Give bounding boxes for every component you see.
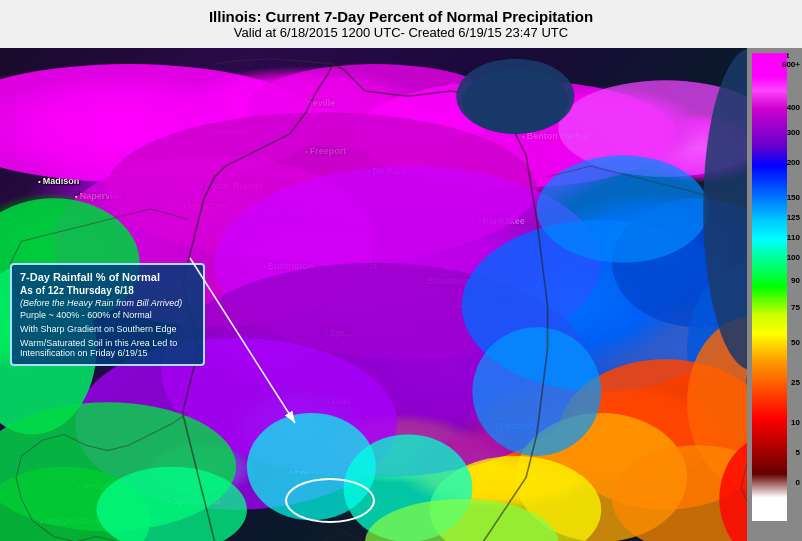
legend-label-125: 125 xyxy=(787,213,800,222)
annotation-text2: With Sharp Gradient on Southern Edge xyxy=(20,324,195,334)
main-container: Illinois: Current 7-Day Percent of Norma… xyxy=(0,0,802,541)
map-area: Dodgeville Dubuque Freeport Benton Harbo… xyxy=(0,48,802,541)
city-dubuque: Dubuque xyxy=(205,126,249,136)
city-kankakee: Kankakee xyxy=(478,216,525,226)
legend-label-200: 200 xyxy=(787,158,800,167)
city-springfield2: Springfield xyxy=(168,496,220,506)
city-bloomington: Bloomington xyxy=(422,276,482,286)
legend-label-110: 110 xyxy=(787,233,800,242)
city-lima: LimaMA xyxy=(625,226,665,236)
title-line2: Valid at 6/18/2015 1200 UTC- Created 6/1… xyxy=(234,25,568,40)
city-naperville: Naperville xyxy=(75,191,123,201)
city-elizabethtown: Eliza...bth xyxy=(562,426,609,436)
annotation-text3: Warm/Saturated Soil in this Area Led to … xyxy=(20,338,195,358)
city-evansville: Evansville xyxy=(495,421,544,431)
legend-label-75: 75 xyxy=(791,303,800,312)
legend-label-50: 50 xyxy=(791,338,800,347)
city-burlington: Burlington xyxy=(263,261,313,271)
city-madison: Madison xyxy=(38,176,79,186)
city-benton-harbor: Benton Harbor xyxy=(522,131,590,141)
city-dekalb: De Kalb xyxy=(368,166,406,176)
legend-label-300: 300 xyxy=(787,128,800,137)
city-iowa-city: Iowa City xyxy=(183,201,227,211)
legend-label-90: 90 xyxy=(791,276,800,285)
city-mart: Mart xyxy=(623,246,647,256)
legend-label-150: 150 xyxy=(787,193,800,202)
legend-label-0: 0 xyxy=(796,478,800,487)
legend-label-10: 10 xyxy=(791,418,800,427)
legend-label-600: 600+ xyxy=(782,60,800,69)
city-dodgeville: Dodgeville xyxy=(285,98,335,108)
annotation-title: 7-Day Rainfall % of Normal xyxy=(20,271,195,283)
text-purple: Purple ~ 400% - 600% of Normal xyxy=(20,310,152,320)
city-cedar-rapids: Cedar Rapids xyxy=(200,181,263,191)
city-stlouis: St. Louis xyxy=(308,396,351,406)
legend-label-400: 400 xyxy=(787,103,800,112)
city-farmington: Farmington xyxy=(290,466,344,476)
city-peoria: Peoria xyxy=(345,261,377,271)
city-freeport: Freeport xyxy=(305,146,346,156)
annotation-text1: Purple ~ 400% - 600% of Normal xyxy=(20,310,195,320)
title-line1: Illinois: Current 7-Day Percent of Norma… xyxy=(209,8,593,25)
city-independence: Independence xyxy=(40,516,105,526)
annotation-box: 7-Day Rainfall % of Normal As of 12z Thu… xyxy=(10,263,205,366)
title-bar: Illinois: Current 7-Day Percent of Norma… xyxy=(0,0,802,48)
legend-label-100: 100 xyxy=(787,253,800,262)
legend-label-25: 25 xyxy=(791,378,800,387)
legend-label-5: 5 xyxy=(796,448,800,457)
city-springfield: Spr... xyxy=(325,328,352,338)
city-quad-cities: Quad Cities xyxy=(258,206,313,216)
legend-gradient xyxy=(752,53,787,521)
city-nevada: Nevada xyxy=(78,481,115,491)
legend-bar: Percent 600+ 400 300 200 150 125 110 100… xyxy=(747,48,802,541)
annotation-italic: (Before the Heavy Rain from Bill Arrived… xyxy=(20,298,195,308)
annotation-subtitle: As of 12z Thursday 6/18 xyxy=(20,285,195,296)
city-champaign: Champaign xyxy=(457,301,511,311)
